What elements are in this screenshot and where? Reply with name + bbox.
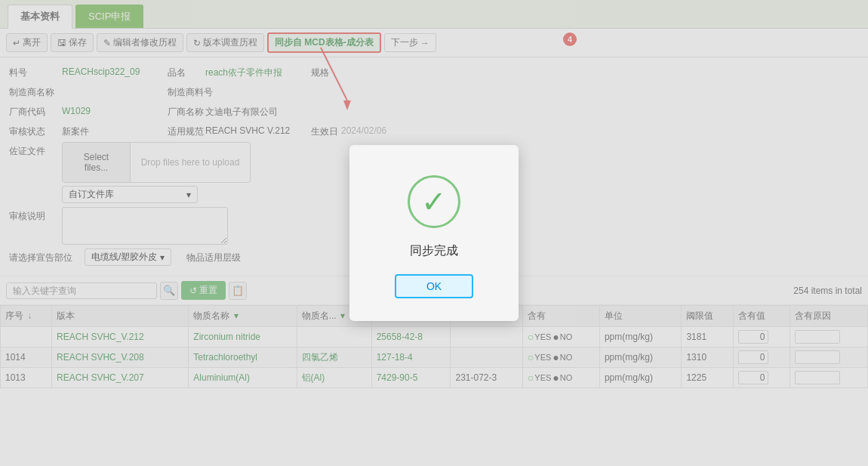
ok-button[interactable]: OK — [395, 274, 473, 298]
check-icon: ✓ — [421, 187, 447, 217]
modal-message: 同步完成 — [410, 243, 458, 259]
modal-box: ✓ 同步完成 OK — [349, 145, 519, 321]
modal-overlay: ✓ 同步完成 OK — [0, 0, 868, 466]
success-circle: ✓ — [408, 175, 460, 228]
